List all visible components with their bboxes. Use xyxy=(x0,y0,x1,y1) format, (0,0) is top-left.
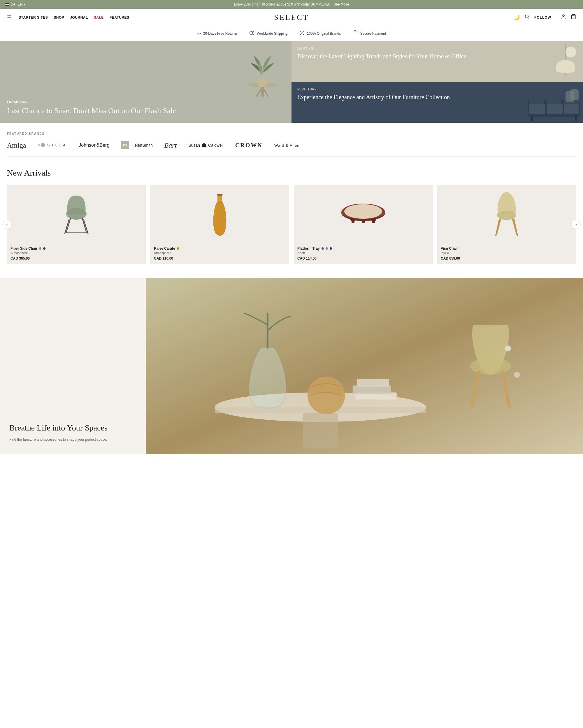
hero-furniture[interactable]: FURNITURE Experience the Elegance and Ar… xyxy=(292,82,583,123)
hero-right: LIGHTING Discover the Latest Lighting Tr… xyxy=(292,41,583,123)
visu-chair-svg xyxy=(488,189,526,239)
trust-bar: ↩ 30-Days Free Returns Worldwide Shippin… xyxy=(0,26,583,41)
flag-icon xyxy=(5,3,9,6)
announcement-text: Enjoy 20% off on all orders above $50 wi… xyxy=(234,2,330,6)
stela-dot-1 xyxy=(37,144,40,146)
svg-line-1 xyxy=(528,18,529,19)
site-logo: SELECT xyxy=(274,13,309,22)
brand-susan-caldwell[interactable]: Susan Caldwell xyxy=(188,142,224,148)
brand-bart[interactable]: Bart xyxy=(164,141,177,149)
products-carousel: ‹ xyxy=(7,185,576,264)
svg-line-9 xyxy=(256,89,261,97)
nav-starter-sites[interactable]: STARTER SITES xyxy=(19,16,48,20)
furniture-title: Experience the Elegance and Artistry of … xyxy=(297,93,450,101)
brand-amiga[interactable]: Amiga xyxy=(7,141,26,149)
flash-sale-badge: FRASH SALE xyxy=(7,100,176,104)
product-image-fiber-chair xyxy=(7,185,146,243)
susan-text: Susan xyxy=(188,143,200,148)
nav-features[interactable]: FEATURES xyxy=(110,16,130,20)
color-swatch-amber[interactable] xyxy=(177,247,179,250)
svg-point-56 xyxy=(470,358,511,374)
shipping-icon xyxy=(249,30,254,37)
svg-point-13 xyxy=(565,47,576,57)
hamburger-menu[interactable]: ☰ xyxy=(7,14,12,21)
color-swatch-black[interactable] xyxy=(43,247,46,250)
sofa-decoration xyxy=(525,85,583,123)
hero-flash-sale[interactable]: FRASH SALE Last Chance to Save: Don't Mi… xyxy=(0,41,292,123)
product-image-tray xyxy=(294,185,433,243)
svg-rect-32 xyxy=(218,195,222,203)
svg-rect-54 xyxy=(353,385,391,393)
product-card[interactable]: Visu Chair Idyllic CAD 659.00 xyxy=(437,185,576,264)
hero-section: FRASH SALE Last Chance to Save: Don't Mi… xyxy=(0,41,583,123)
svg-rect-24 xyxy=(530,116,533,121)
trust-returns: ↩ 30-Days Free Returns xyxy=(197,31,238,36)
svg-point-5 xyxy=(300,31,304,35)
account-icon[interactable] xyxy=(561,14,566,21)
product-name-fiber-chair: Fiber Side Chair xyxy=(10,246,142,251)
product-card[interactable]: Platform Tray Nook CAD 114.00 xyxy=(294,185,433,264)
brand-johnson[interactable]: Johnson&Berg xyxy=(79,142,109,148)
search-icon[interactable] xyxy=(524,14,530,21)
product-brand-atmosphere: Atmosphere xyxy=(10,251,142,255)
svg-rect-20 xyxy=(547,104,563,114)
product-brand-visu: Idyllic xyxy=(441,251,573,255)
svg-point-60 xyxy=(514,372,520,378)
product-name-tray: Platform Tray xyxy=(297,246,429,251)
banner-image xyxy=(146,278,583,454)
original-icon xyxy=(299,30,305,37)
product-info-tray: Platform Tray Nook CAD 114.00 xyxy=(294,243,433,264)
trust-returns-text: 30-Days Free Returns xyxy=(203,31,238,35)
product-image-carafe xyxy=(150,185,289,243)
color-swatch-navy[interactable] xyxy=(322,247,324,250)
cart-icon[interactable] xyxy=(571,14,576,21)
product-info-visu-chair: Visu Chair Idyllic CAD 659.00 xyxy=(437,243,576,264)
product-brand-carafe: Atmosphere xyxy=(154,251,286,255)
product-info-carafe: Raise Carafe Atmosphere CAD 110.00 xyxy=(150,243,289,264)
nav-shop[interactable]: SHOP xyxy=(54,16,64,20)
carousel-prev-button[interactable]: ‹ xyxy=(2,219,12,229)
svg-rect-39 xyxy=(362,220,365,223)
fiber-chair-svg xyxy=(59,190,94,237)
svg-rect-47 xyxy=(146,278,583,454)
locale-lang: EN ▾ xyxy=(18,2,25,6)
color-swatch-blue[interactable] xyxy=(326,247,328,250)
svg-point-35 xyxy=(344,204,382,219)
brand-ward-allen[interactable]: Ward & Allen xyxy=(274,143,300,148)
chevron-down-icon: ▾ xyxy=(24,2,25,6)
dark-mode-icon[interactable]: 🌙 xyxy=(513,14,520,21)
product-brand-tray: Nook xyxy=(297,251,429,255)
caldwell-text: Caldwell xyxy=(208,143,224,148)
trust-payment: Secure Payment xyxy=(353,30,386,37)
brands-row: Amiga STELA Johnson&Berg HS HelenSmith B… xyxy=(7,141,576,149)
hero-lighting[interactable]: LIGHTING Discover the Latest Lighting Tr… xyxy=(292,41,583,82)
svg-rect-21 xyxy=(564,104,579,114)
banner-scene-svg xyxy=(146,278,583,454)
carousel-next-button[interactable]: › xyxy=(571,219,581,229)
nav-journal[interactable]: JOURNAL xyxy=(70,16,88,20)
svg-point-33 xyxy=(217,194,223,196)
hero-lighting-content: LIGHTING Discover the Latest Lighting Tr… xyxy=(297,47,466,60)
brand-crown[interactable]: CROWN xyxy=(235,142,262,149)
locale-country: CA xyxy=(10,2,16,6)
hero-left-content: FRASH SALE Last Chance to Save: Don't Mi… xyxy=(7,100,176,116)
product-info-fiber-chair: Fiber Side Chair Atmosphere CAD 365.00 xyxy=(7,243,146,264)
follow-button[interactable]: FOLLOW xyxy=(534,16,551,20)
new-arrivals-section: New Arrivals ‹ xyxy=(0,157,583,271)
color-swatch-dark[interactable] xyxy=(330,247,332,250)
nav-sale[interactable]: SALE xyxy=(94,16,104,20)
product-name-carafe: Raise Carafe xyxy=(154,246,286,251)
carafe-svg xyxy=(208,190,231,237)
brand-stela[interactable]: STELA xyxy=(37,143,67,147)
announcement-link[interactable]: See More xyxy=(333,2,349,6)
hero-furniture-content: FURNITURE Experience the Elegance and Ar… xyxy=(297,88,450,101)
brand-helensmith[interactable]: HS HelenSmith xyxy=(121,141,152,149)
nav-divider xyxy=(556,15,556,20)
svg-rect-25 xyxy=(575,116,577,121)
svg-rect-23 xyxy=(570,89,579,100)
color-swatch-green[interactable] xyxy=(39,247,41,250)
product-card[interactable]: Raise Carafe Atmosphere CAD 110.00 xyxy=(150,185,289,264)
svg-point-0 xyxy=(525,15,528,18)
trust-payment-text: Secure Payment xyxy=(360,31,386,35)
product-card[interactable]: Fiber Side Chair Atmosphere CAD 365.00 xyxy=(7,185,146,264)
